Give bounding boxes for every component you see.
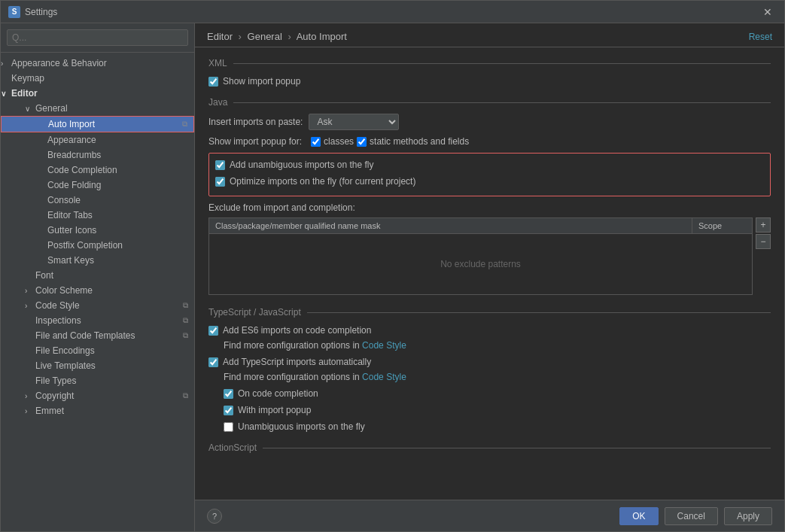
with-import-popup-checkbox[interactable] [224,406,233,415]
sidebar-label-inspections: Inspections [35,315,180,326]
as-section-header: ActionScript [208,442,771,453]
chevron-right-icon: › [25,302,32,310]
sidebar-item-editor[interactable]: ∨ Editor [1,86,194,101]
sidebar-item-appearance-behavior[interactable]: › Appearance & Behavior [1,56,194,71]
main-body: XML Show import popup Java [195,47,784,500]
sidebar-item-console[interactable]: Console [1,193,194,208]
reset-link[interactable]: Reset [749,32,772,42]
code-style-link-2[interactable]: Code Style [362,372,406,382]
window-title: Settings [25,7,759,17]
close-button[interactable]: ✕ [759,5,777,20]
sidebar-item-general[interactable]: ∨ General [1,101,194,116]
java-divider [233,102,771,103]
sidebar-label-console: Console [47,195,188,205]
with-import-popup-row: With import popup [224,403,771,417]
breadcrumb: Editor › General › Auto Import [207,31,347,42]
search-input[interactable] [7,29,188,46]
add-unambiguous-checkbox[interactable] [215,160,225,170]
sidebar-item-code-style[interactable]: › Code Style ⧉ [1,298,194,313]
sidebar-label-breadcrumbs: Breadcrumbs [47,150,188,160]
sidebar-item-keymap[interactable]: Keymap [1,71,194,86]
optimize-imports-checkbox[interactable] [215,177,225,187]
sidebar-label-file-encodings: File Encodings [35,345,188,356]
sidebar-item-postfix-completion[interactable]: Postfix Completion [1,238,194,253]
add-typescript-label: Add TypeScript imports automatically [223,357,371,367]
copy-icon: ⧉ [183,331,188,340]
main-panel: Editor › General › Auto Import Reset XML [195,23,784,531]
sidebar-label-font: Font [35,270,188,281]
unambiguous-imports-row: Unambiguous imports on the fly [224,420,771,433]
sidebar-item-smart-keys[interactable]: Smart Keys [1,253,194,268]
sidebar-item-editor-tabs[interactable]: Editor Tabs [1,208,194,223]
ts-section-title: TypeScript / JavaScript [208,307,301,318]
sidebar-item-code-completion[interactable]: Code Completion [1,163,194,178]
copy-icon: ⧉ [183,316,188,325]
sidebar-label-live-templates: Live Templates [35,360,188,371]
sidebar-label-color-scheme: Color Scheme [35,285,188,296]
optimize-imports-label: Optimize imports on the fly (for current… [230,176,415,187]
sidebar-item-breadcrumbs[interactable]: Breadcrumbs [1,147,194,163]
sidebar-label-auto-import: Auto Import [48,119,179,129]
exclude-table: Class/package/member qualified name mask… [208,217,753,295]
classes-checkbox[interactable] [311,137,321,147]
apply-button[interactable]: Apply [724,507,772,525]
add-typescript-checkbox[interactable] [208,357,218,367]
insert-imports-label: Insert imports on paste: [208,117,303,127]
chevron-down-icon: ∨ [1,90,8,98]
actionscript-section: ActionScript [208,442,771,453]
on-code-completion-checkbox[interactable] [224,389,233,399]
static-methods-checkbox[interactable] [357,137,367,147]
classes-label: classes [324,136,354,147]
exclude-table-body: No exclude patterns [209,234,752,294]
sidebar-label-appearance: Appearance [47,135,188,145]
sidebar-item-gutter-icons[interactable]: Gutter Icons [1,223,194,238]
xml-show-import-checkbox[interactable] [208,77,218,87]
show-popup-label: Show import popup for: [208,136,302,147]
sidebar-label-smart-keys: Smart Keys [47,255,188,266]
code-style-link-1[interactable]: Code Style [362,340,406,351]
add-exclude-button[interactable]: + [756,217,771,233]
sidebar-item-appearance[interactable]: Appearance [1,132,194,147]
sidebar-item-file-encodings[interactable]: File Encodings [1,343,194,358]
remove-exclude-button[interactable]: − [756,234,771,249]
exclude-controls: + − [756,217,771,251]
java-section-title: Java [208,97,227,108]
sidebar-label-file-code-templates: File and Code Templates [35,330,180,341]
sidebar-label-file-types: File Types [35,375,188,386]
find-more-2-row: Find more configuration options in Code … [224,372,771,382]
help-button[interactable]: ? [207,509,222,524]
sidebar-label-code-style: Code Style [35,300,180,311]
sidebar-item-code-folding[interactable]: Code Folding [1,178,194,193]
exclude-table-header: Class/package/member qualified name mask… [209,218,752,234]
sidebar-item-copyright[interactable]: › Copyright ⧉ [1,388,194,403]
footer: ? OK Cancel Apply [195,500,784,531]
breadcrumb-general: General [248,31,282,42]
as-section-title: ActionScript [208,442,257,453]
sidebar-item-file-types[interactable]: File Types [1,373,194,388]
sidebar-label-code-folding: Code Folding [47,180,188,190]
sidebar-item-emmet[interactable]: › Emmet [1,403,194,418]
on-code-completion-label: On code completion [238,388,318,399]
chevron-right-icon: › [25,407,32,415]
insert-imports-select[interactable]: Ask Always Never [309,114,399,130]
add-es6-checkbox[interactable] [208,326,218,336]
chevron-right-icon: › [1,59,8,68]
sidebar-item-color-scheme[interactable]: › Color Scheme [1,283,194,298]
exclude-wrapper: Class/package/member qualified name mask… [208,217,771,298]
sidebar-item-font[interactable]: Font [1,268,194,283]
exclude-title: Exclude from import and completion: [208,202,765,213]
sidebar: › Appearance & Behavior Keymap ∨ Editor … [1,23,195,531]
insert-imports-row: Insert imports on paste: Ask Always Neve… [208,114,771,130]
sidebar-item-auto-import[interactable]: Auto Import ⧉ [1,116,194,132]
copy-icon: ⧉ [182,120,187,129]
sidebar-item-inspections[interactable]: Inspections ⧉ [1,313,194,328]
java-section-header: Java [208,97,771,108]
unambiguous-imports-checkbox[interactable] [224,422,233,432]
ok-button[interactable]: OK [619,507,658,525]
cancel-button[interactable]: Cancel [665,507,718,525]
sidebar-item-live-templates[interactable]: Live Templates [1,358,194,373]
sidebar-item-file-code-templates[interactable]: File and Code Templates ⧉ [1,328,194,343]
content-area: › Appearance & Behavior Keymap ∨ Editor … [1,23,784,531]
app-icon: S [8,6,20,18]
exclude-empty-message: No exclude patterns [440,259,521,269]
